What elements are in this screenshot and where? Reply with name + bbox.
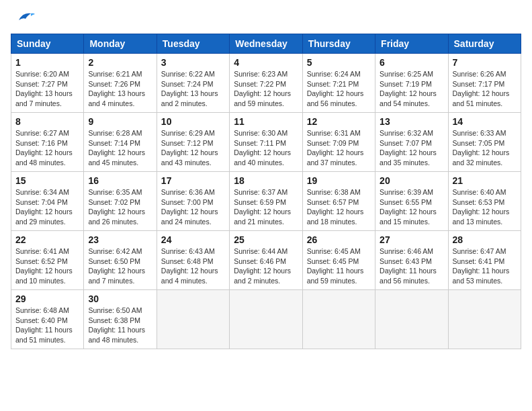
calendar-day-cell: 2Sunrise: 6:21 AM Sunset: 7:26 PM Daylig…	[84, 54, 157, 113]
day-number: 17	[161, 175, 225, 186]
day-number: 20	[380, 175, 443, 186]
day-info: Sunrise: 6:23 AM Sunset: 7:22 PM Dayligh…	[234, 69, 298, 109]
day-info: Sunrise: 6:48 AM Sunset: 6:40 PM Dayligh…	[15, 306, 79, 345]
calendar-week-row: 8Sunrise: 6:27 AM Sunset: 7:16 PM Daylig…	[11, 113, 521, 172]
weekday-header-sunday: Sunday	[11, 34, 84, 54]
day-number: 12	[307, 116, 371, 127]
calendar-day-cell: 17Sunrise: 6:36 AM Sunset: 7:00 PM Dayli…	[157, 172, 229, 231]
day-info: Sunrise: 6:44 AM Sunset: 6:46 PM Dayligh…	[234, 246, 298, 286]
page-header	[11, 11, 521, 26]
calendar-day-cell: 5Sunrise: 6:24 AM Sunset: 7:21 PM Daylig…	[302, 54, 375, 113]
calendar-day-cell	[230, 290, 302, 349]
calendar-week-row: 22Sunrise: 6:41 AM Sunset: 6:52 PM Dayli…	[11, 231, 521, 290]
calendar-day-cell	[448, 290, 521, 349]
day-number: 22	[15, 234, 79, 245]
day-info: Sunrise: 6:33 AM Sunset: 7:05 PM Dayligh…	[453, 128, 517, 168]
weekday-header-monday: Monday	[84, 34, 157, 54]
calendar-day-cell: 16Sunrise: 6:35 AM Sunset: 7:02 PM Dayli…	[84, 172, 157, 231]
day-info: Sunrise: 6:35 AM Sunset: 7:02 PM Dayligh…	[88, 187, 152, 227]
calendar-day-cell: 13Sunrise: 6:32 AM Sunset: 7:07 PM Dayli…	[375, 113, 448, 172]
logo	[11, 11, 35, 26]
weekday-header-wednesday: Wednesday	[230, 34, 302, 54]
day-info: Sunrise: 6:32 AM Sunset: 7:07 PM Dayligh…	[380, 128, 443, 168]
calendar-day-cell: 4Sunrise: 6:23 AM Sunset: 7:22 PM Daylig…	[230, 54, 302, 113]
calendar-day-cell: 22Sunrise: 6:41 AM Sunset: 6:52 PM Dayli…	[11, 231, 84, 290]
day-info: Sunrise: 6:40 AM Sunset: 6:53 PM Dayligh…	[453, 187, 517, 227]
calendar-day-cell: 15Sunrise: 6:34 AM Sunset: 7:04 PM Dayli…	[11, 172, 84, 231]
day-number: 13	[380, 116, 443, 127]
day-number: 18	[234, 175, 298, 186]
day-number: 8	[15, 116, 79, 127]
calendar-day-cell: 23Sunrise: 6:42 AM Sunset: 6:50 PM Dayli…	[84, 231, 157, 290]
calendar-day-cell: 27Sunrise: 6:46 AM Sunset: 6:43 PM Dayli…	[375, 231, 448, 290]
day-info: Sunrise: 6:25 AM Sunset: 7:19 PM Dayligh…	[380, 69, 443, 109]
calendar-week-row: 29Sunrise: 6:48 AM Sunset: 6:40 PM Dayli…	[11, 290, 521, 349]
calendar-day-cell	[375, 290, 448, 349]
day-number: 6	[380, 57, 443, 68]
day-number: 30	[88, 293, 152, 304]
day-number: 24	[161, 234, 225, 245]
day-info: Sunrise: 6:46 AM Sunset: 6:43 PM Dayligh…	[380, 246, 443, 286]
day-number: 3	[161, 57, 225, 68]
day-number: 21	[453, 175, 517, 186]
calendar-day-cell	[302, 290, 375, 349]
day-info: Sunrise: 6:43 AM Sunset: 6:48 PM Dayligh…	[161, 246, 225, 286]
day-info: Sunrise: 6:41 AM Sunset: 6:52 PM Dayligh…	[15, 246, 79, 286]
day-info: Sunrise: 6:27 AM Sunset: 7:16 PM Dayligh…	[15, 128, 79, 168]
day-number: 25	[234, 234, 298, 245]
calendar-day-cell: 1Sunrise: 6:20 AM Sunset: 7:27 PM Daylig…	[11, 54, 84, 113]
calendar-day-cell: 25Sunrise: 6:44 AM Sunset: 6:46 PM Dayli…	[230, 231, 302, 290]
day-info: Sunrise: 6:47 AM Sunset: 6:41 PM Dayligh…	[453, 246, 517, 286]
day-info: Sunrise: 6:26 AM Sunset: 7:17 PM Dayligh…	[453, 69, 517, 109]
calendar-day-cell: 20Sunrise: 6:39 AM Sunset: 6:55 PM Dayli…	[375, 172, 448, 231]
calendar-day-cell: 28Sunrise: 6:47 AM Sunset: 6:41 PM Dayli…	[448, 231, 521, 290]
day-number: 23	[88, 234, 152, 245]
weekday-header-row: SundayMondayTuesdayWednesdayThursdayFrid…	[11, 34, 521, 54]
day-number: 19	[307, 175, 371, 186]
day-info: Sunrise: 6:34 AM Sunset: 7:04 PM Dayligh…	[15, 187, 79, 227]
calendar-day-cell: 12Sunrise: 6:31 AM Sunset: 7:09 PM Dayli…	[302, 113, 375, 172]
day-info: Sunrise: 6:50 AM Sunset: 6:38 PM Dayligh…	[88, 306, 152, 345]
day-number: 1	[15, 57, 79, 68]
calendar-day-cell: 7Sunrise: 6:26 AM Sunset: 7:17 PM Daylig…	[448, 54, 521, 113]
day-info: Sunrise: 6:38 AM Sunset: 6:57 PM Dayligh…	[307, 187, 371, 227]
day-info: Sunrise: 6:24 AM Sunset: 7:21 PM Dayligh…	[307, 69, 371, 109]
day-number: 10	[161, 116, 225, 127]
calendar-day-cell: 8Sunrise: 6:27 AM Sunset: 7:16 PM Daylig…	[11, 113, 84, 172]
day-number: 28	[453, 234, 517, 245]
logo-bird-icon	[13, 11, 35, 26]
day-info: Sunrise: 6:20 AM Sunset: 7:27 PM Dayligh…	[15, 69, 79, 109]
calendar-day-cell: 14Sunrise: 6:33 AM Sunset: 7:05 PM Dayli…	[448, 113, 521, 172]
day-info: Sunrise: 6:39 AM Sunset: 6:55 PM Dayligh…	[380, 187, 443, 227]
day-number: 29	[15, 293, 79, 304]
day-info: Sunrise: 6:45 AM Sunset: 6:45 PM Dayligh…	[307, 246, 371, 286]
calendar-day-cell: 9Sunrise: 6:28 AM Sunset: 7:14 PM Daylig…	[84, 113, 157, 172]
calendar-day-cell: 6Sunrise: 6:25 AM Sunset: 7:19 PM Daylig…	[375, 54, 448, 113]
day-number: 5	[307, 57, 371, 68]
day-number: 11	[234, 116, 298, 127]
day-info: Sunrise: 6:29 AM Sunset: 7:12 PM Dayligh…	[161, 128, 225, 168]
calendar-day-cell: 29Sunrise: 6:48 AM Sunset: 6:40 PM Dayli…	[11, 290, 84, 349]
calendar-day-cell: 3Sunrise: 6:22 AM Sunset: 7:24 PM Daylig…	[157, 54, 229, 113]
day-number: 15	[15, 175, 79, 186]
day-number: 27	[380, 234, 443, 245]
calendar-day-cell: 30Sunrise: 6:50 AM Sunset: 6:38 PM Dayli…	[84, 290, 157, 349]
day-number: 16	[88, 175, 152, 186]
weekday-header-tuesday: Tuesday	[157, 34, 229, 54]
day-number: 4	[234, 57, 298, 68]
calendar-day-cell: 24Sunrise: 6:43 AM Sunset: 6:48 PM Dayli…	[157, 231, 229, 290]
calendar-day-cell	[157, 290, 229, 349]
day-info: Sunrise: 6:21 AM Sunset: 7:26 PM Dayligh…	[88, 69, 152, 109]
calendar-day-cell: 26Sunrise: 6:45 AM Sunset: 6:45 PM Dayli…	[302, 231, 375, 290]
day-info: Sunrise: 6:22 AM Sunset: 7:24 PM Dayligh…	[161, 69, 225, 109]
day-number: 9	[88, 116, 152, 127]
calendar-table: SundayMondayTuesdayWednesdayThursdayFrid…	[11, 34, 521, 349]
day-number: 7	[453, 57, 517, 68]
day-info: Sunrise: 6:37 AM Sunset: 6:59 PM Dayligh…	[234, 187, 298, 227]
day-info: Sunrise: 6:36 AM Sunset: 7:00 PM Dayligh…	[161, 187, 225, 227]
day-number: 14	[453, 116, 517, 127]
calendar-week-row: 15Sunrise: 6:34 AM Sunset: 7:04 PM Dayli…	[11, 172, 521, 231]
day-number: 2	[88, 57, 152, 68]
weekday-header-thursday: Thursday	[302, 34, 375, 54]
day-info: Sunrise: 6:31 AM Sunset: 7:09 PM Dayligh…	[307, 128, 371, 168]
